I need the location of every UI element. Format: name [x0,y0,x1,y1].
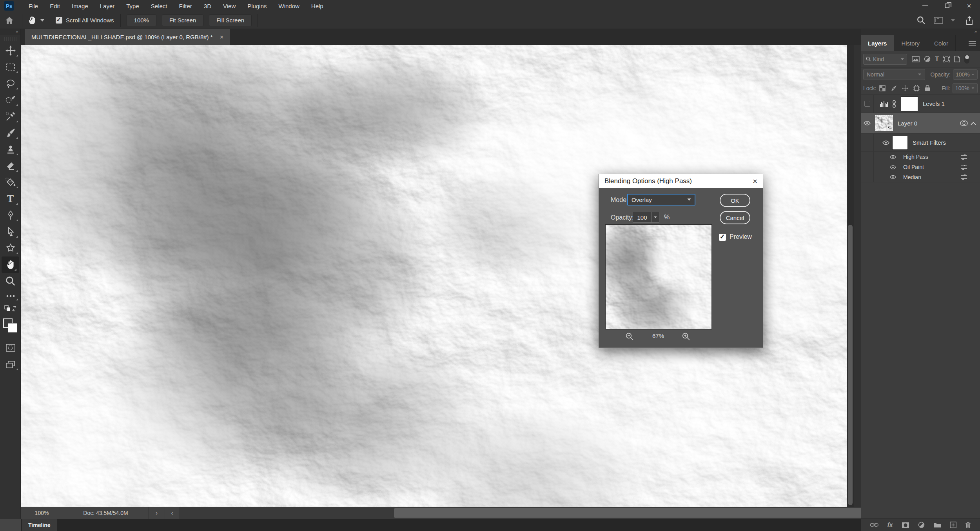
tool-hand[interactable] [2,256,19,273]
visibility-eye-icon[interactable] [864,121,871,125]
menu-edit[interactable]: Edit [44,1,66,11]
layer-row-layer-0[interactable]: Layer 0 [861,113,980,134]
hand-tool-option[interactable] [25,16,47,25]
filter-options-icon[interactable] [960,154,967,160]
filter-row-median[interactable]: Median [861,172,980,182]
filter-shape-icon[interactable] [943,56,950,62]
smart-filter-blend-icon[interactable] [960,120,968,126]
tool-marquee[interactable] [0,59,21,75]
tool-type[interactable]: T [0,191,21,207]
tool-more[interactable] [0,289,21,303]
home-button[interactable] [0,12,19,29]
menu-view[interactable]: View [217,1,241,11]
link-layers-icon[interactable] [870,522,878,527]
document-tab[interactable]: MULTIDIRECTIONAL_HILLSHADE.psd @ 100% (L… [25,29,230,45]
tool-custom-shape[interactable] [0,240,21,256]
tool-move[interactable] [0,42,21,59]
lock-all-icon[interactable] [925,85,930,91]
ok-button[interactable]: OK [720,194,750,207]
tool-brush[interactable] [0,125,21,141]
menu-select[interactable]: Select [145,1,173,11]
minimize-button[interactable] [914,0,936,12]
scroll-all-windows-checkbox[interactable] [56,17,62,24]
tool-zoom[interactable] [0,273,21,289]
filter-name[interactable]: Oil Paint [903,164,924,170]
canvas-vertical-scrollbar[interactable] [847,45,854,507]
lock-pixels-icon[interactable] [891,85,897,91]
tool-lasso[interactable] [0,75,21,92]
panel-collapse[interactable]: » [861,29,980,35]
menu-help[interactable]: Help [305,1,329,11]
layer-row-levels-1[interactable]: Levels 1 [861,95,980,113]
zoom-level-field[interactable]: 100% [21,507,63,519]
color-swatches[interactable] [3,318,17,333]
menu-file[interactable]: File [23,1,44,11]
filter-adjustment-icon[interactable] [924,56,931,62]
new-group-icon[interactable] [933,522,941,528]
filter-toggle[interactable] [964,55,969,64]
visibility-eye-icon[interactable] [890,155,896,159]
tab-color[interactable]: Color [927,35,956,51]
filter-options-icon[interactable] [960,164,967,170]
fill-screen-button[interactable]: Fill Screen [209,15,252,26]
tool-path-select[interactable] [0,224,21,240]
mask-link-icon[interactable] [891,100,897,108]
layer-name[interactable]: Layer 0 [898,120,917,127]
screen-mode-button[interactable] [0,356,21,373]
menu-window[interactable]: Window [272,1,305,11]
canvas-horizontal-scrollbar[interactable] [179,507,861,519]
filter-options-icon[interactable] [960,174,967,180]
tool-eraser[interactable] [0,158,21,174]
filter-name[interactable]: Median [903,174,921,180]
cancel-button[interactable]: Cancel [720,211,750,224]
toolbar-collapse[interactable]: » [0,29,20,35]
layer-mask-thumbnail[interactable] [901,96,918,111]
visibility-eye-icon[interactable] [882,140,889,145]
tool-pen[interactable] [0,207,21,224]
swap-colors-control[interactable] [0,303,21,315]
kind-filter-select[interactable]: Kind [863,54,907,65]
add-adjustment-icon[interactable] [918,522,925,528]
filter-row-high-pass[interactable]: High Pass [861,152,980,162]
preview-checkbox[interactable] [719,234,726,241]
layer-row-smart-filters[interactable]: Smart Filters [861,134,980,152]
tool-paint-bucket[interactable] [0,174,21,191]
menu-layer[interactable]: Layer [94,1,121,11]
tool-eyedropper[interactable] [0,108,21,125]
blend-mode-select[interactable]: Normal [863,69,925,80]
preview-zoom-out-icon[interactable] [626,333,634,341]
filter-name[interactable]: High Pass [903,154,928,160]
visibility-toggle-off[interactable] [864,101,870,107]
layer-effects-icon[interactable]: fx [887,522,893,529]
tool-object-selection[interactable] [0,92,21,108]
share-button[interactable] [959,12,980,29]
menu-image[interactable]: Image [66,1,94,11]
filter-row-oil-paint[interactable]: Oil Paint [861,162,980,172]
toolbar-grip[interactable] [4,37,16,41]
status-expand-chevron[interactable]: › [149,507,165,519]
opacity-field[interactable]: 100% [953,69,978,80]
vertical-scroll-thumb[interactable] [848,225,853,505]
lock-artboard-icon[interactable] [913,85,920,91]
lock-transparency-icon[interactable] [879,85,886,91]
visibility-eye-icon[interactable] [890,165,896,169]
search-button[interactable] [913,12,930,29]
workspace-chevron[interactable] [947,12,959,29]
delete-layer-icon[interactable] [965,522,971,528]
menu-filter[interactable]: Filter [173,1,198,11]
quick-mask-button[interactable] [0,340,21,356]
new-layer-icon[interactable] [950,522,956,528]
tab-history[interactable]: History [894,35,927,51]
menu-plugins[interactable]: Plugins [241,1,272,11]
filter-preview[interactable] [605,224,712,329]
fill-field[interactable]: 100% [953,83,978,93]
layer-thumbnail[interactable] [875,115,893,131]
timeline-tab[interactable]: Timeline [22,519,57,531]
filter-type-icon[interactable]: T [935,55,939,63]
visibility-eye-icon[interactable] [890,175,896,179]
lock-position-icon[interactable] [902,85,908,91]
background-color[interactable] [8,323,17,333]
dialog-titlebar[interactable]: Blending Options (High Pass) × [599,174,763,188]
scroll-all-windows-option[interactable]: Scroll All Windows [56,17,114,24]
zoom-100-button[interactable]: 100% [127,15,156,26]
